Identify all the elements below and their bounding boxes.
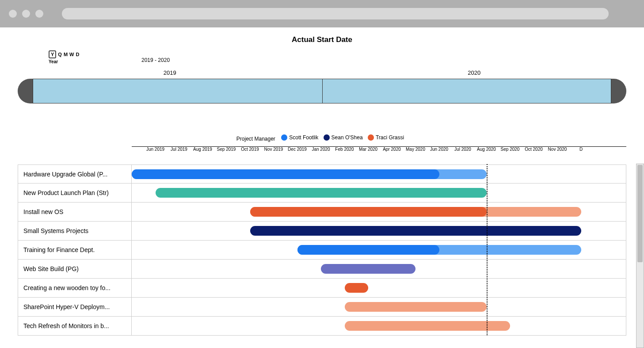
axis-tick: Nov 2019 xyxy=(264,147,283,152)
task-bar[interactable] xyxy=(250,226,581,236)
axis-tick: Aug 2019 xyxy=(193,147,212,152)
axis-tick: Aug 2020 xyxy=(477,147,496,152)
task-label[interactable]: SharePoint Hyper-V Deploym... xyxy=(18,298,132,317)
vertical-scrollbar[interactable] xyxy=(636,164,644,348)
zoom-q[interactable]: Q xyxy=(58,52,62,57)
legend-title: Project Manager xyxy=(236,136,275,142)
window-max-dot[interactable] xyxy=(35,10,43,18)
task-bar-row xyxy=(132,279,626,298)
gantt-bars xyxy=(132,164,626,336)
task-label[interactable]: Training for Finance Dept. xyxy=(18,241,132,260)
task-bar-row xyxy=(132,203,626,222)
axis-tick: Feb 2020 xyxy=(335,147,354,152)
task-label[interactable]: Hardware Upgrade Global (P... xyxy=(18,164,132,184)
browser-titlebar xyxy=(0,0,644,27)
axis-tick: Jul 2020 xyxy=(454,147,471,152)
zoom-m[interactable]: M xyxy=(64,52,68,57)
axis-tick: Nov 2020 xyxy=(548,147,567,152)
gantt-chart: Hardware Upgrade Global (P...New Product… xyxy=(18,146,626,336)
timeline-year-divider xyxy=(322,79,323,103)
task-bar-row xyxy=(132,298,626,317)
url-bar[interactable] xyxy=(62,8,609,19)
axis-tick: Oct 2020 xyxy=(525,147,543,152)
content-area: Actual Start Date Y Q M W D Year 2019 - … xyxy=(0,27,644,336)
gantt-task-labels: Hardware Upgrade Global (P...New Product… xyxy=(18,146,132,336)
timeline-slider[interactable] xyxy=(18,79,626,103)
task-label[interactable]: Web Site Build (PG) xyxy=(18,260,132,279)
axis-tick: D xyxy=(579,147,583,152)
task-label[interactable]: Creating a new wooden toy fo... xyxy=(18,279,132,298)
gantt-timeline-area: Jun 2019Jul 2019Aug 2019Sep 2019Oct 2019… xyxy=(132,146,626,336)
axis-tick: Sep 2020 xyxy=(501,147,520,152)
window-min-dot[interactable] xyxy=(22,10,30,18)
axis-tick: Apr 2020 xyxy=(383,147,401,152)
axis-tick: Oct 2019 xyxy=(241,147,259,152)
legend-item-sean[interactable]: Sean O'Shea xyxy=(324,134,363,141)
task-bar[interactable] xyxy=(345,321,511,331)
task-bar[interactable] xyxy=(156,188,487,198)
task-bar[interactable] xyxy=(345,302,487,312)
axis-tick: May 2020 xyxy=(406,147,425,152)
axis-tick: Jun 2020 xyxy=(430,147,448,152)
year-header-row: 2019 2020 xyxy=(18,69,626,76)
timeline-body[interactable] xyxy=(33,79,611,103)
browser-frame: Actual Start Date Y Q M W D Year 2019 - … xyxy=(0,0,644,348)
task-bar[interactable] xyxy=(297,245,439,255)
axis-tick: Jan 2020 xyxy=(312,147,330,152)
task-bar[interactable] xyxy=(321,264,415,274)
year-2019: 2019 xyxy=(18,69,322,76)
legend-item-scott[interactable]: Scott Footlik xyxy=(281,134,318,141)
task-bar-row xyxy=(132,260,626,279)
x-axis-ticks: Jun 2019Jul 2019Aug 2019Sep 2019Oct 2019… xyxy=(132,147,626,157)
task-bar-row xyxy=(132,317,626,336)
window-close-dot[interactable] xyxy=(9,10,17,18)
task-bar[interactable] xyxy=(250,207,487,217)
axis-tick: Dec 2019 xyxy=(288,147,307,152)
legend-dot-icon xyxy=(324,134,330,141)
axis-tick: Mar 2020 xyxy=(359,147,377,152)
chart-title: Actual Start Date xyxy=(18,35,626,44)
zoom-d[interactable]: D xyxy=(76,52,79,57)
task-bar-row xyxy=(132,222,626,241)
today-marker xyxy=(487,164,488,335)
task-bar-row xyxy=(132,164,626,184)
task-label[interactable]: Install new OS xyxy=(18,203,132,222)
task-label[interactable]: Small Systems Projects xyxy=(18,222,132,241)
axis-tick: Jul 2019 xyxy=(171,147,187,152)
zoom-range-label: 2019 - 2020 xyxy=(141,57,626,63)
timeline-handle-left[interactable] xyxy=(18,79,33,103)
legend-item-traci[interactable]: Traci Grassi xyxy=(368,134,404,141)
zoom-y[interactable]: Y xyxy=(49,50,56,58)
task-label[interactable]: New Product Launch Plan (Str) xyxy=(18,184,132,203)
year-2020: 2020 xyxy=(322,69,627,76)
legend-dot-icon xyxy=(281,134,287,141)
scrollbar-thumb[interactable] xyxy=(637,165,643,262)
legend: Project Manager Scott Footlik Sean O'She… xyxy=(18,134,626,142)
axis-tick: Sep 2019 xyxy=(217,147,236,152)
zoom-w[interactable]: W xyxy=(69,52,74,57)
timeline-handle-right[interactable] xyxy=(611,79,626,103)
axis-tick: Jun 2019 xyxy=(146,147,164,152)
task-label[interactable]: Tech Refresh of Monitors in b... xyxy=(18,317,132,336)
task-bar-row xyxy=(132,241,626,260)
task-bar[interactable] xyxy=(345,283,369,293)
task-bar-row xyxy=(132,184,626,203)
task-bar[interactable] xyxy=(132,169,439,179)
legend-dot-icon xyxy=(368,134,374,141)
